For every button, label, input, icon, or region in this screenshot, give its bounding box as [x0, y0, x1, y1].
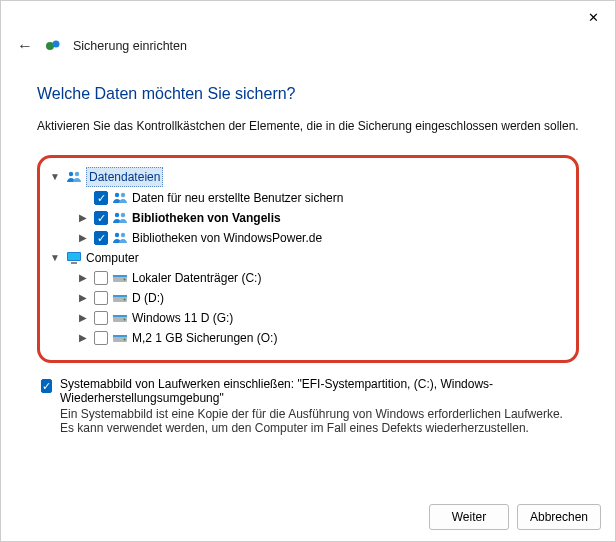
tree-label: D (D:)	[132, 289, 164, 307]
svg-point-15	[124, 279, 126, 281]
tree-label: Windows 11 D (G:)	[132, 309, 233, 327]
svg-point-18	[124, 299, 126, 301]
wizard-header: ← Sicherung einrichten	[1, 33, 615, 63]
backup-wizard-icon	[45, 38, 61, 54]
svg-rect-14	[113, 275, 127, 277]
chevron-right-icon[interactable]: ▶	[76, 309, 90, 327]
svg-rect-17	[113, 295, 127, 297]
svg-rect-11	[68, 253, 80, 260]
tree-node-datafiles[interactable]: ▼ Datendateien	[48, 166, 568, 188]
system-image-description: Ein Systemabbild ist eine Kopie der für …	[60, 407, 575, 435]
drive-icon	[112, 310, 128, 326]
next-button[interactable]: Weiter	[429, 504, 509, 530]
svg-point-4	[115, 193, 119, 197]
tree-label: Daten für neu erstellte Benutzer sichern	[132, 189, 343, 207]
tree-node-drive-g[interactable]: ▶ Windows 11 D (G:)	[76, 308, 568, 328]
monitor-icon	[66, 250, 82, 266]
people-icon	[112, 230, 128, 246]
svg-point-9	[121, 233, 125, 237]
tree-node-lib-wp[interactable]: ▶ ✓ Bibliotheken von WindowsPower.de	[76, 228, 568, 248]
people-icon	[66, 169, 82, 185]
svg-point-2	[69, 172, 73, 176]
tree-node-drive-d[interactable]: ▶ D (D:)	[76, 288, 568, 308]
tree-node-new-users[interactable]: ▶ ✓ Daten für neu erstellte Benutzer sic…	[76, 188, 568, 208]
page-instruction: Aktivieren Sie das Kontrollkästchen der …	[37, 119, 579, 133]
chevron-down-icon[interactable]: ▼	[48, 249, 62, 267]
tree-label: Lokaler Datenträger (C:)	[132, 269, 261, 287]
cancel-button[interactable]: Abbrechen	[517, 504, 601, 530]
tree-node-drive-o[interactable]: ▶ M,2 1 GB Sicherungen (O:)	[76, 328, 568, 348]
checkbox[interactable]	[94, 291, 108, 305]
checkbox[interactable]: ✓	[94, 211, 108, 225]
tree-node-computer[interactable]: ▼ Computer	[48, 248, 568, 268]
svg-point-1	[53, 41, 60, 48]
svg-point-21	[124, 319, 126, 321]
checkbox[interactable]	[94, 271, 108, 285]
drive-icon	[112, 270, 128, 286]
back-arrow-icon[interactable]: ←	[17, 37, 33, 55]
system-image-label: Systemabbild von Laufwerken einschließen…	[60, 377, 575, 405]
chevron-right-icon[interactable]: ▶	[76, 269, 90, 287]
people-icon	[112, 190, 128, 206]
svg-point-7	[121, 213, 125, 217]
svg-point-6	[115, 213, 119, 217]
svg-point-24	[124, 339, 126, 341]
chevron-right-icon[interactable]: ▶	[76, 329, 90, 347]
tree-label: Bibliotheken von WindowsPower.de	[132, 229, 322, 247]
checkbox[interactable]	[94, 311, 108, 325]
chevron-down-icon[interactable]: ▼	[48, 168, 62, 186]
svg-rect-20	[113, 315, 127, 317]
tree-label: M,2 1 GB Sicherungen (O:)	[132, 329, 277, 347]
selection-tree-highlight: ▼ Datendateien ▶ ✓ Daten für neu erstell…	[37, 155, 579, 363]
tree-label: Datendateien	[86, 167, 163, 187]
wizard-title: Sicherung einrichten	[73, 39, 187, 53]
chevron-right-icon[interactable]: ▶	[76, 289, 90, 307]
tree-node-lib-vangelis[interactable]: ▶ ✓ Bibliotheken von Vangelis	[76, 208, 568, 228]
checkbox[interactable]: ✓	[94, 191, 108, 205]
svg-point-8	[115, 233, 119, 237]
selection-tree: ▼ Datendateien ▶ ✓ Daten für neu erstell…	[48, 166, 568, 348]
system-image-option: ✓ Systemabbild von Laufwerken einschließ…	[37, 377, 579, 435]
chevron-right-icon[interactable]: ▶	[76, 229, 90, 247]
tree-node-drive-c[interactable]: ▶ Lokaler Datenträger (C:)	[76, 268, 568, 288]
checkbox-system-image[interactable]: ✓	[41, 379, 52, 393]
wizard-footer: Weiter Abbrechen	[1, 493, 615, 541]
svg-point-5	[121, 193, 125, 197]
tree-label: Bibliotheken von Vangelis	[132, 209, 281, 227]
drive-icon	[112, 290, 128, 306]
tree-label: Computer	[86, 249, 139, 267]
svg-point-3	[75, 172, 79, 176]
page-headline: Welche Daten möchten Sie sichern?	[37, 85, 579, 103]
svg-rect-12	[71, 262, 77, 264]
close-icon[interactable]: ✕	[580, 6, 607, 29]
people-icon	[112, 210, 128, 226]
svg-rect-23	[113, 335, 127, 337]
checkbox[interactable]	[94, 331, 108, 345]
checkbox[interactable]: ✓	[94, 231, 108, 245]
chevron-right-icon[interactable]: ▶	[76, 209, 90, 227]
drive-icon	[112, 330, 128, 346]
